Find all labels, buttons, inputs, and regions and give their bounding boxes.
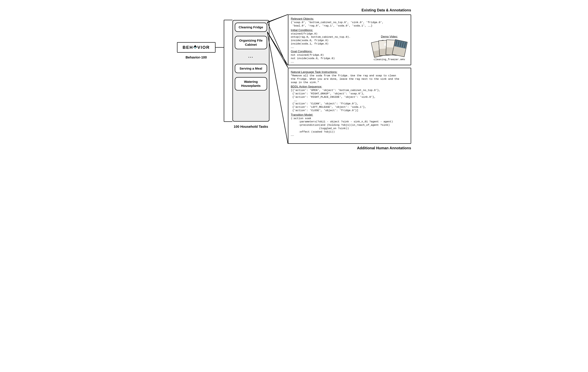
behavior-logo: BEH VIOR	[183, 45, 210, 50]
demo-video-title: Demo Video:	[371, 35, 408, 38]
svg-line-15	[267, 22, 288, 68]
initial-conditions-title: Initial Conditions:	[291, 29, 408, 32]
existing-data-panel: Relevant Objects: {'soap.0', 'bottom_cab…	[288, 14, 411, 65]
task-pill-watering-houseplants: Watering Houseplants	[235, 77, 267, 90]
task-pill-serving-a-meal: Serving a Meal	[235, 64, 267, 73]
nl-instructions-title: Natural Language Task Instructions:	[291, 70, 408, 74]
task-pill-organizing-file-cabinet: Organizing File Cabinet	[235, 36, 267, 49]
behavior-caption: Behavior-100	[177, 55, 216, 60]
additional-annotations-panel: Natural Language Task Instructions: "Rem…	[288, 68, 411, 144]
diagram-canvas: BEH VIOR Behavior-100 Cleaning Fridge Or…	[177, 6, 411, 160]
demo-video-area: Demo Video:	[371, 35, 408, 61]
bddl-sequence-text: [{'action': 'OPEN', 'object': 'bottom_ca…	[291, 89, 408, 112]
relevant-objects-title: Relevant Objects:	[291, 17, 408, 20]
house-eye-icon	[193, 45, 197, 50]
transition-model-text: (:action soak :parameters(?obj1 - object…	[291, 117, 408, 137]
svg-line-14	[267, 32, 288, 65]
task-pill-cleaning-fridge: Cleaning Fridge	[235, 23, 267, 32]
svg-line-13	[267, 14, 288, 22]
existing-data-title: Existing Data & Annotations	[288, 8, 411, 12]
svg-line-9	[267, 32, 288, 68]
transition-model-title: Transition Model:	[291, 113, 408, 117]
svg-line-12	[267, 14, 288, 23]
nl-instructions-text: "Remove all the soda from the fridge. Us…	[291, 74, 408, 84]
logo-text-pre: BEH	[183, 45, 193, 50]
logo-text-post: VIOR	[197, 45, 210, 50]
svg-line-11	[267, 32, 288, 144]
tasks-panel: Cleaning Fridge Organizing File Cabinet …	[232, 20, 269, 121]
demo-video-filename: cleaning_freezer.m4v	[371, 58, 408, 61]
additional-annotations-title: Additional Human Annotations	[288, 146, 411, 150]
bddl-sequence-title: BDDL Action Sequence:	[291, 85, 408, 88]
connector-lines-left	[216, 20, 232, 121]
svg-line-8	[267, 32, 288, 65]
svg-line-7	[267, 14, 288, 23]
connector-fan	[267, 14, 288, 144]
task-ellipsis: ...	[248, 54, 253, 59]
behavior-box: BEH VIOR	[177, 42, 216, 53]
demo-video-thumbnails	[372, 40, 406, 57]
relevant-objects-text: {'soap.0', 'bottom_cabinet_no_top.0', 's…	[291, 21, 408, 28]
connector-lines-right	[267, 14, 288, 144]
svg-point-2	[195, 47, 196, 48]
svg-line-16	[267, 32, 288, 144]
tasks-caption: 100 Household Tasks	[232, 125, 269, 129]
svg-marker-0	[193, 45, 197, 48]
